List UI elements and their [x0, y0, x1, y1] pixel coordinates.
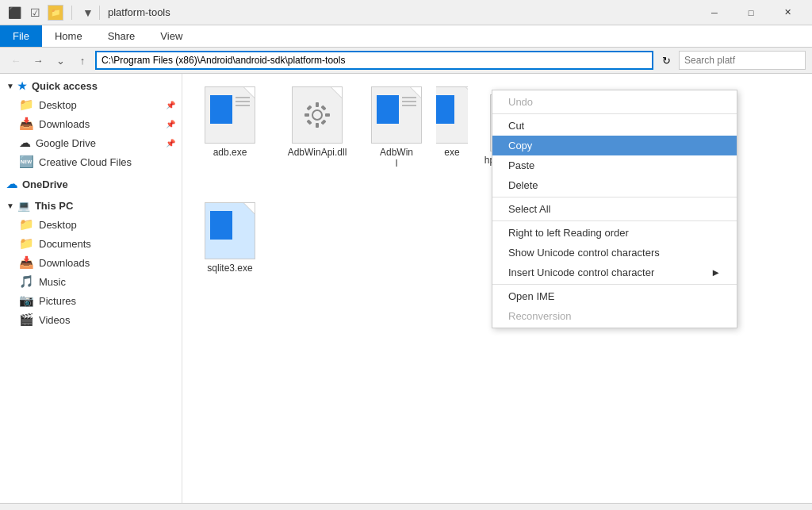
star-icon: ★: [17, 80, 27, 92]
sidebar-item-downloads[interactable]: 📥 Downloads 📌: [0, 114, 182, 133]
forward-button[interactable]: →: [29, 51, 48, 70]
gear-svg: [301, 99, 333, 131]
tab-file[interactable]: File: [0, 25, 42, 47]
close-button[interactable]: ✕: [769, 0, 806, 25]
sidebar-item-google-drive[interactable]: ☁ Google Drive 📌: [0, 133, 182, 152]
address-bar: ← → ⌄ ↑ ↻: [0, 48, 812, 74]
sidebar-item-label: Pictures: [39, 295, 76, 307]
exe-icon: [205, 202, 255, 259]
file-label: sqlite3.exe: [207, 263, 252, 274]
sidebar-item-videos[interactable]: 🎬 Videos: [0, 310, 182, 329]
dll-icon: [292, 86, 343, 144]
pin-icon: 📁: [48, 5, 63, 21]
file-item-sqlite3[interactable]: sqlite3.exe: [190, 197, 270, 278]
svg-rect-6: [320, 119, 326, 125]
svg-rect-2: [316, 123, 319, 128]
svg-rect-5: [306, 105, 312, 110]
sidebar-item-documents[interactable]: 📁 Documents: [0, 234, 182, 253]
quick-access-header[interactable]: ▼ ★ Quick access: [0, 77, 182, 95]
file-label: adb.exe: [213, 147, 247, 158]
recent-button[interactable]: ⌄: [51, 51, 70, 70]
folder-icon: 📁: [19, 98, 34, 112]
check-icon: ☑: [27, 5, 43, 21]
address-input[interactable]: [95, 51, 653, 70]
svg-point-0: [312, 110, 322, 120]
pin-icon: 📌: [166, 120, 175, 128]
file-label: AdbWinApi.dll: [288, 147, 347, 158]
title-bar: ⬛ ☑ 📁 ▼ platform-tools ─ □ ✕: [0, 0, 812, 25]
folder-icon: 📁: [19, 236, 34, 251]
sidebar-item-label: Documents: [39, 238, 91, 250]
sidebar-item-label: Music: [39, 276, 66, 288]
file-label: AdbWinl: [380, 147, 413, 169]
exe-icon: [205, 86, 255, 144]
sidebar-item-desktop[interactable]: 📁 Desktop 📌: [0, 95, 182, 114]
ctx-sep-1: [492, 113, 737, 114]
sidebar-item-pictures[interactable]: 📷 Pictures: [0, 291, 182, 310]
sidebar-item-label: Downloads: [39, 118, 90, 130]
sidebar-item-label: Creative Cloud Files: [39, 156, 132, 168]
chevron-icon: ▼: [6, 82, 14, 90]
file-icon-exe-right: [436, 86, 468, 144]
folder-icon: 📷: [19, 293, 34, 308]
minimize-button[interactable]: ─: [696, 0, 733, 25]
ctx-undo[interactable]: Undo: [492, 92, 737, 112]
tab-home[interactable]: Home: [42, 25, 95, 47]
chevron-icon: ▼: [6, 201, 14, 210]
ctx-delete[interactable]: Delete: [492, 175, 737, 195]
onedrive-label: OneDrive: [22, 178, 68, 190]
folder-icon: 🎵: [19, 274, 34, 289]
line: [402, 97, 416, 98]
ctx-unicode-show[interactable]: Show Unicode control characters: [492, 243, 737, 263]
refresh-button[interactable]: ↻: [657, 51, 676, 70]
ctx-cut[interactable]: Cut: [492, 116, 737, 136]
status-bar: [0, 503, 812, 510]
file-item-adbwin[interactable]: AdbWinl: [365, 82, 428, 182]
line: [236, 97, 250, 98]
pin-icon: 📌: [166, 101, 175, 109]
tab-view[interactable]: View: [147, 25, 195, 47]
sidebar-item-label: Desktop: [39, 99, 77, 111]
blue-box: [436, 95, 454, 124]
ctx-copy[interactable]: Copy: [492, 136, 737, 155]
this-pc-header[interactable]: ▼ 💻 This PC: [0, 197, 182, 215]
fold-inner: [331, 87, 342, 98]
file-item-adb[interactable]: adb.exe: [190, 82, 270, 182]
ribbon-tabs: File Home Share View: [0, 25, 812, 47]
quick-access-label: Quick access: [32, 80, 98, 92]
line: [402, 101, 416, 102]
sidebar-item-desktop2[interactable]: 📁 Desktop: [0, 215, 182, 234]
title-sep: [99, 6, 100, 20]
ctx-rtl[interactable]: Right to left Reading order: [492, 223, 737, 243]
ctx-reconversion[interactable]: Reconversion: [492, 306, 737, 326]
file-item-exe-right[interactable]: exe: [436, 82, 468, 182]
ctx-paste[interactable]: Paste: [492, 155, 737, 175]
ribbon: File Home Share View: [0, 25, 812, 48]
sidebar-item-music[interactable]: 🎵 Music: [0, 272, 182, 291]
sidebar-item-label: Downloads: [39, 257, 90, 269]
line: [402, 105, 416, 106]
search-input[interactable]: [679, 51, 806, 70]
sidebar-item-downloads2[interactable]: 📥 Downloads: [0, 253, 182, 272]
onedrive-header[interactable]: ☁ OneDrive: [0, 174, 182, 194]
sidebar-item-label: Google Drive: [36, 137, 96, 149]
ctx-open-ime[interactable]: Open IME: [492, 286, 737, 306]
sidebar-item-cc-files[interactable]: 🆕 Creative Cloud Files: [0, 152, 182, 171]
onedrive-icon: ☁: [6, 178, 17, 190]
tab-share[interactable]: Share: [95, 25, 148, 47]
ctx-unicode-insert[interactable]: Insert Unicode control character ►: [492, 263, 737, 282]
folder-icon: 📥: [19, 117, 34, 131]
sidebar: ▼ ★ Quick access 📁 Desktop 📌 📥 Downloads…: [0, 74, 182, 503]
ctx-sep-3: [492, 220, 737, 221]
sidebar-item-label: Videos: [39, 314, 71, 326]
svg-rect-3: [304, 113, 309, 117]
pc-icon: 💻: [17, 200, 30, 212]
file-icon-sqlite3: [201, 202, 259, 259]
folder-icon: 🎬: [19, 313, 34, 327]
back-button[interactable]: ←: [6, 51, 25, 70]
up-button[interactable]: ↑: [73, 51, 92, 70]
quick-access-icon: ⬛: [6, 5, 22, 21]
ctx-select-all[interactable]: Select All: [492, 199, 737, 219]
maximize-button[interactable]: □: [733, 0, 769, 25]
file-item-adbwinapi[interactable]: AdbWinApi.dll: [278, 82, 357, 182]
